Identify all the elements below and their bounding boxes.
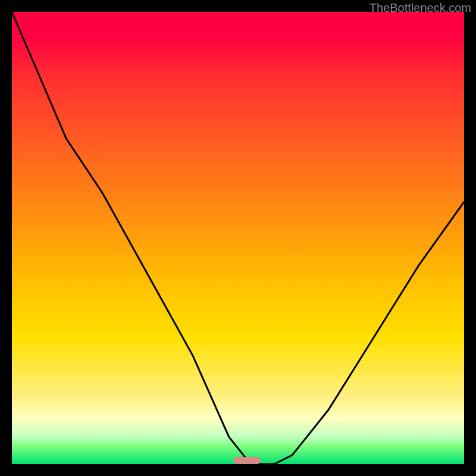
bottleneck-curve bbox=[12, 12, 464, 464]
chart-container: TheBottleneck.com bbox=[0, 0, 476, 476]
watermark-text: TheBottleneck.com bbox=[369, 1, 471, 15]
optimal-marker bbox=[233, 457, 261, 464]
plot-area bbox=[12, 12, 464, 464]
